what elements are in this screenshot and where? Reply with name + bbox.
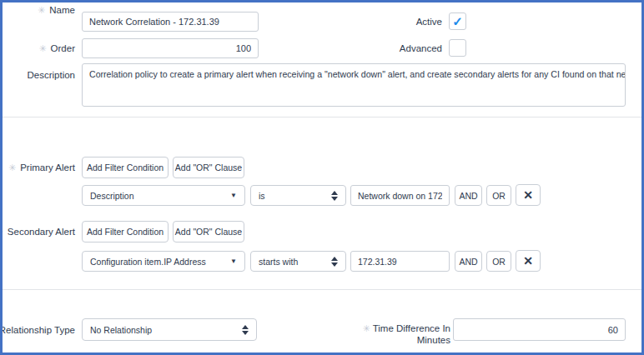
order-label-text: Order bbox=[51, 43, 75, 53]
secondary-alert-label: ✳ Secondary Alert bbox=[0, 222, 75, 242]
advanced-checkbox[interactable] bbox=[449, 39, 466, 57]
secondary-add-or-clause-button[interactable]: Add "OR" Clause bbox=[173, 221, 244, 242]
required-icon: ✳ bbox=[0, 227, 3, 238]
primary-or-button[interactable]: OR bbox=[486, 185, 511, 206]
select-arrows-icon bbox=[331, 191, 338, 201]
required-icon: ✳ bbox=[38, 43, 46, 54]
name-input[interactable] bbox=[82, 12, 259, 32]
required-icon: ✳ bbox=[8, 162, 16, 173]
secondary-and-button[interactable]: AND bbox=[455, 251, 482, 272]
chevron-down-icon: ▼ bbox=[230, 192, 237, 199]
secondary-delete-condition-button[interactable]: ✕ bbox=[516, 250, 541, 272]
secondary-add-filter-button[interactable]: Add Filter Condition bbox=[82, 221, 169, 242]
relationship-type-value: No Relationship bbox=[90, 325, 152, 335]
secondary-alert-label-text: Secondary Alert bbox=[8, 227, 75, 237]
order-label: ✳ Order bbox=[0, 38, 75, 58]
primary-and-button[interactable]: AND bbox=[455, 185, 482, 206]
time-difference-input[interactable] bbox=[453, 318, 626, 341]
primary-add-or-clause-button[interactable]: Add "OR" Clause bbox=[173, 157, 244, 178]
primary-field-dropdown[interactable]: Description ▼ bbox=[82, 185, 245, 206]
time-difference-label-text: Time Difference In Minutes bbox=[373, 323, 450, 345]
primary-value-input[interactable] bbox=[350, 185, 450, 206]
section-divider bbox=[3, 117, 641, 118]
chevron-down-icon: ▼ bbox=[230, 258, 237, 265]
active-checkbox[interactable]: ✓ bbox=[449, 12, 466, 30]
secondary-operator-select[interactable]: starts with bbox=[250, 251, 346, 272]
required-icon: ✳ bbox=[362, 323, 370, 333]
relationship-type-label-text: Relationship Type bbox=[0, 325, 75, 335]
select-arrows-icon bbox=[242, 325, 249, 335]
secondary-field-value: Configuration item.IP Address bbox=[90, 257, 206, 267]
primary-add-filter-button[interactable]: Add Filter Condition bbox=[82, 157, 169, 178]
relationship-type-label: Relationship Type bbox=[0, 320, 75, 340]
primary-operator-value: is bbox=[259, 191, 265, 201]
description-label: Description bbox=[0, 67, 75, 83]
section-divider bbox=[3, 289, 641, 290]
correlation-policy-form: ✳ Name Active ✓ ✳ Order Advanced Descrip… bbox=[0, 0, 644, 355]
time-difference-label: ✳ Time Difference In Minutes bbox=[349, 322, 450, 346]
close-icon: ✕ bbox=[523, 254, 533, 268]
close-icon: ✕ bbox=[523, 188, 533, 202]
active-label-text: Active bbox=[416, 17, 442, 27]
primary-alert-label-text: Primary Alert bbox=[20, 162, 75, 172]
name-label-text: Name bbox=[49, 5, 75, 15]
order-input[interactable] bbox=[82, 38, 259, 58]
relationship-type-select[interactable]: No Relationship bbox=[82, 318, 257, 341]
secondary-value-input[interactable] bbox=[350, 251, 450, 272]
select-arrows-icon bbox=[331, 257, 338, 267]
primary-delete-condition-button[interactable]: ✕ bbox=[516, 184, 541, 206]
secondary-or-button[interactable]: OR bbox=[486, 251, 511, 272]
name-label: ✳ Name bbox=[0, 0, 75, 20]
description-textarea[interactable]: Correlation policy to create a primary a… bbox=[82, 63, 626, 107]
primary-operator-select[interactable]: is bbox=[250, 185, 346, 206]
description-label-text: Description bbox=[27, 70, 75, 80]
advanced-label-text: Advanced bbox=[400, 43, 442, 53]
advanced-label: Advanced bbox=[367, 38, 442, 58]
secondary-field-dropdown[interactable]: Configuration item.IP Address ▼ bbox=[82, 251, 245, 272]
secondary-operator-value: starts with bbox=[259, 257, 298, 267]
check-icon: ✓ bbox=[452, 15, 463, 28]
primary-field-value: Description bbox=[90, 191, 134, 201]
active-label: Active bbox=[367, 12, 442, 32]
primary-alert-label: ✳ Primary Alert bbox=[0, 158, 75, 178]
required-icon: ✳ bbox=[38, 5, 45, 16]
